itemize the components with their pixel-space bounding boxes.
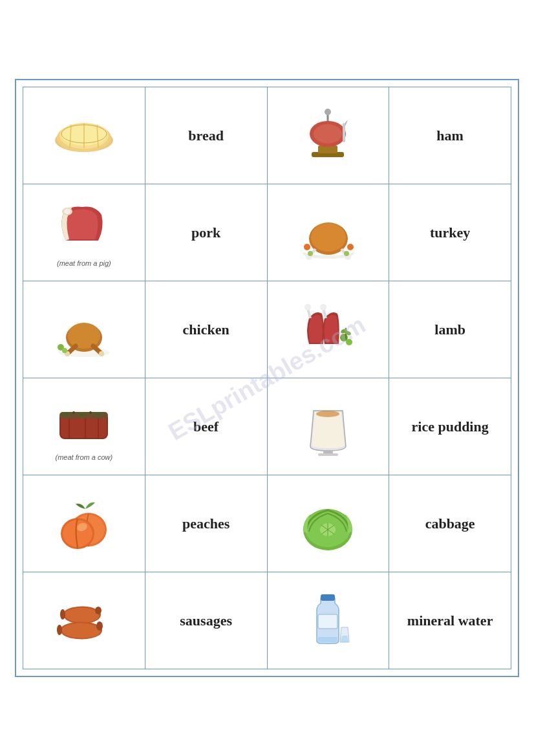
- cell-bread-image: [23, 87, 145, 184]
- cell-rice-pudding-image: [268, 378, 390, 475]
- svg-point-40: [320, 304, 326, 310]
- svg-point-26: [304, 244, 310, 250]
- peaches-image: [52, 495, 116, 553]
- pork-label: pork: [191, 224, 220, 241]
- cell-pork-image: (meat from a pig): [23, 184, 145, 281]
- svg-rect-59: [318, 453, 338, 456]
- cell-ham-image: [268, 87, 390, 184]
- cell-peaches-text: peaches: [145, 475, 268, 572]
- mineral-water-image: [295, 592, 360, 650]
- cell-cabbage-image: [268, 475, 390, 572]
- svg-point-49: [64, 412, 68, 416]
- svg-point-74: [96, 621, 103, 631]
- svg-point-63: [63, 520, 92, 547]
- lamb-label: lamb: [434, 321, 465, 338]
- cell-lamb-image: [268, 281, 390, 378]
- cell-chicken-image: [23, 281, 145, 378]
- cell-mineral-water-text: mineral water: [389, 572, 511, 669]
- cell-cabbage-text: cabbage: [389, 475, 511, 572]
- ham-label: ham: [436, 127, 464, 144]
- svg-point-36: [62, 348, 67, 353]
- svg-point-34: [99, 351, 104, 356]
- rice-pudding-image: [295, 398, 360, 456]
- cabbage-label: cabbage: [425, 515, 475, 532]
- svg-marker-15: [345, 120, 348, 126]
- cell-rice-pudding-text: rice pudding: [389, 378, 511, 475]
- pork-subtext: (meat from a pig): [57, 259, 111, 267]
- svg-point-32: [68, 323, 100, 349]
- flashcard-grid: bread: [23, 87, 511, 669]
- chicken-image: [52, 301, 116, 359]
- bread-label: bread: [188, 127, 224, 144]
- bread-image: [52, 107, 116, 165]
- svg-point-57: [316, 411, 339, 417]
- turkey-label: turkey: [430, 224, 470, 241]
- svg-point-71: [60, 609, 65, 620]
- pork-image: [52, 199, 116, 257]
- cabbage-image: [295, 495, 360, 553]
- svg-point-11: [314, 124, 342, 144]
- cell-sausages-image: [23, 572, 145, 669]
- lamb-image: [295, 301, 360, 359]
- svg-point-53: [96, 412, 100, 416]
- sausages-image: [52, 592, 116, 650]
- cell-beef-image: (meat from a cow): [23, 378, 145, 475]
- svg-point-72: [95, 607, 101, 614]
- svg-point-51: [80, 413, 84, 416]
- svg-point-73: [57, 625, 62, 635]
- svg-point-28: [308, 251, 313, 256]
- svg-point-38: [304, 304, 311, 310]
- cell-peaches-image: [23, 475, 145, 572]
- ham-slicer-image: [295, 107, 360, 165]
- svg-rect-14: [343, 123, 345, 142]
- svg-point-27: [347, 244, 354, 250]
- svg-point-21: [311, 223, 346, 252]
- peaches-label: peaches: [182, 515, 230, 532]
- rice-pudding-label: rice pudding: [412, 418, 489, 435]
- cell-beef-text: beef: [145, 378, 268, 475]
- svg-point-42: [346, 339, 352, 345]
- svg-point-13: [325, 109, 331, 115]
- page: ESLprintables.com: [15, 79, 519, 677]
- cell-pork-text: pork: [145, 184, 268, 281]
- svg-point-52: [89, 411, 92, 414]
- cell-mineral-water-image: [268, 572, 390, 669]
- chicken-label: chicken: [183, 321, 230, 338]
- sausages-label: sausages: [180, 612, 232, 629]
- cell-sausages-text: sausages: [145, 572, 268, 669]
- cell-bread-text: bread: [145, 87, 268, 184]
- beef-subtext: (meat from a cow): [56, 453, 113, 461]
- cell-lamb-text: lamb: [389, 281, 511, 378]
- beef-image: [52, 393, 116, 451]
- turkey-image: [295, 204, 360, 262]
- svg-rect-76: [318, 614, 337, 629]
- svg-point-29: [344, 251, 349, 256]
- cell-turkey-image: [268, 184, 390, 281]
- cell-turkey-text: turkey: [389, 184, 511, 281]
- mineral-water-label: mineral water: [407, 612, 493, 629]
- beef-label: beef: [193, 418, 219, 435]
- svg-point-17: [64, 209, 70, 214]
- cell-ham-text: ham: [389, 87, 511, 184]
- svg-point-50: [72, 411, 75, 414]
- cell-chicken-text: chicken: [145, 281, 268, 378]
- svg-rect-75: [321, 594, 335, 601]
